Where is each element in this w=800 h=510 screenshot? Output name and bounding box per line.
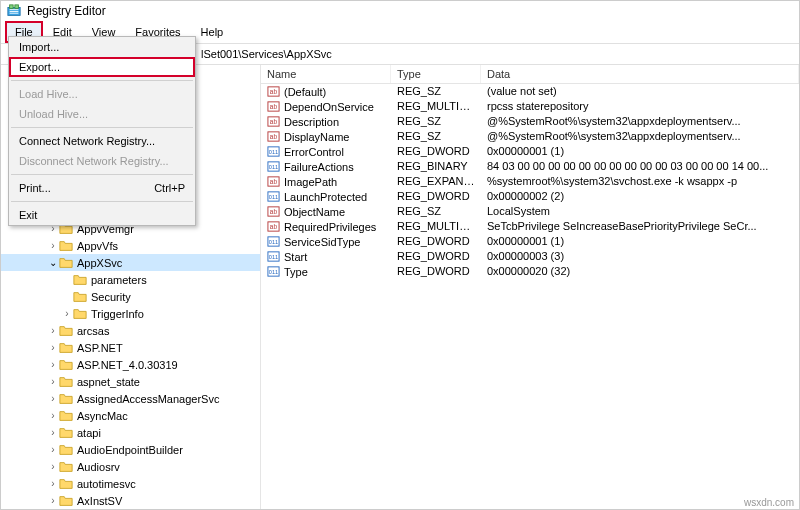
tree-item-appxsvc[interactable]: ⌄AppXSvc [1, 254, 260, 271]
menu-item-export[interactable]: Export... [9, 57, 195, 77]
tree-label: ASP.NET [77, 342, 123, 354]
chevron-right-icon[interactable]: › [47, 410, 59, 421]
svg-text:ab: ab [270, 103, 278, 110]
reg-string-icon: ab [267, 220, 280, 233]
folder-icon [59, 358, 73, 372]
tree-label: autotimesvc [77, 478, 136, 490]
value-row[interactable]: ab(Default)REG_SZ(value not set) [261, 84, 799, 99]
reg-binary-icon: 011 [267, 145, 280, 158]
value-type: REG_DWORD [391, 145, 481, 158]
value-type: REG_SZ [391, 115, 481, 128]
value-row[interactable]: abDependOnServiceREG_MULTI_SZrpcss state… [261, 99, 799, 114]
value-row[interactable]: 011ErrorControlREG_DWORD0x00000001 (1) [261, 144, 799, 159]
tree-item-assignedaccessmanagersvc[interactable]: ›AssignedAccessManagerSvc [1, 390, 260, 407]
tree-item-aspnet-state[interactable]: ›aspnet_state [1, 373, 260, 390]
value-row[interactable]: 011TypeREG_DWORD0x00000020 (32) [261, 264, 799, 279]
folder-icon [73, 307, 87, 321]
tree-item-parameters[interactable]: parameters [1, 271, 260, 288]
value-type: REG_DWORD [391, 190, 481, 203]
svg-text:011: 011 [269, 254, 278, 260]
chevron-right-icon[interactable]: › [47, 444, 59, 455]
list-pane[interactable]: Name Type Data ab(Default)REG_SZ(value n… [261, 65, 799, 509]
chevron-right-icon[interactable]: › [47, 376, 59, 387]
reg-string-icon: ab [267, 175, 280, 188]
reg-binary-icon: 011 [267, 235, 280, 248]
value-row[interactable]: 011StartREG_DWORD0x00000003 (3) [261, 249, 799, 264]
menu-help[interactable]: Help [191, 21, 234, 43]
value-row[interactable]: abDisplayNameREG_SZ@%SystemRoot%\system3… [261, 129, 799, 144]
value-row[interactable]: abObjectNameREG_SZLocalSystem [261, 204, 799, 219]
menu-item-exit[interactable]: Exit [9, 205, 195, 225]
menu-item-connect-network-registry[interactable]: Connect Network Registry... [9, 131, 195, 151]
titlebar[interactable]: Registry Editor [1, 1, 799, 21]
tree-label: arcsas [77, 325, 109, 337]
tree-label: AxInstSV [77, 495, 122, 507]
svg-text:011: 011 [269, 149, 278, 155]
col-header-data[interactable]: Data [481, 65, 799, 83]
value-type: REG_EXPAND_SZ [391, 175, 481, 188]
chevron-right-icon[interactable]: › [47, 495, 59, 506]
chevron-right-icon[interactable]: › [47, 240, 59, 251]
reg-string-icon: ab [267, 85, 280, 98]
tree-item-axinstsv[interactable]: ›AxInstSV [1, 492, 260, 509]
value-type: REG_DWORD [391, 250, 481, 263]
chevron-right-icon[interactable]: › [47, 359, 59, 370]
value-row[interactable]: abRequiredPrivilegesREG_MULTI_SZSeTcbPri… [261, 219, 799, 234]
window-title: Registry Editor [27, 4, 106, 18]
folder-icon [73, 273, 87, 287]
col-header-type[interactable]: Type [391, 65, 481, 83]
svg-text:ab: ab [270, 88, 278, 95]
svg-rect-1 [10, 5, 14, 9]
chevron-right-icon[interactable]: › [47, 427, 59, 438]
reg-binary-icon: 011 [267, 160, 280, 173]
value-type: REG_BINARY [391, 160, 481, 173]
value-type: REG_DWORD [391, 265, 481, 278]
value-row[interactable]: abDescriptionREG_SZ@%SystemRoot%\system3… [261, 114, 799, 129]
file-menu-dropdown: Import...Export...Load Hive...Unload Hiv… [8, 36, 196, 226]
chevron-right-icon[interactable]: › [47, 478, 59, 489]
tree-item-asp-net[interactable]: ›ASP.NET [1, 339, 260, 356]
tree-label: atapi [77, 427, 101, 439]
value-name: ab(Default) [261, 85, 391, 98]
tree-item-audioendpointbuilder[interactable]: ›AudioEndpointBuilder [1, 441, 260, 458]
tree-item-atapi[interactable]: ›atapi [1, 424, 260, 441]
chevron-right-icon[interactable]: › [47, 325, 59, 336]
reg-binary-icon: 011 [267, 250, 280, 263]
value-data: 0x00000001 (1) [481, 145, 799, 158]
watermark: wsxdn.com [744, 497, 794, 508]
chevron-right-icon[interactable]: › [61, 308, 73, 319]
value-row[interactable]: 011LaunchProtectedREG_DWORD0x00000002 (2… [261, 189, 799, 204]
value-row[interactable]: 011FailureActionsREG_BINARY84 03 00 00 0… [261, 159, 799, 174]
tree-label: AppvVfs [77, 240, 118, 252]
tree-item-asp-net-4-0-30319[interactable]: ›ASP.NET_4.0.30319 [1, 356, 260, 373]
chevron-down-icon[interactable]: ⌄ [47, 257, 59, 268]
tree-item-autotimesvc[interactable]: ›autotimesvc [1, 475, 260, 492]
menu-item-disconnect-network-registry: Disconnect Network Registry... [9, 151, 195, 171]
menu-item-import[interactable]: Import... [9, 37, 195, 57]
svg-rect-5 [10, 13, 19, 14]
chevron-right-icon[interactable]: › [47, 393, 59, 404]
tree-item-audiosrv[interactable]: ›Audiosrv [1, 458, 260, 475]
tree-label: Audiosrv [77, 461, 120, 473]
tree-label: TriggerInfo [91, 308, 144, 320]
tree-item-arcsas[interactable]: ›arcsas [1, 322, 260, 339]
tree-item-security[interactable]: Security [1, 288, 260, 305]
col-header-name[interactable]: Name [261, 65, 391, 83]
value-name: abDescription [261, 115, 391, 128]
menu-item-print[interactable]: Print...Ctrl+P [9, 178, 195, 198]
value-data: LocalSystem [481, 205, 799, 218]
value-row[interactable]: 011ServiceSidTypeREG_DWORD0x00000001 (1) [261, 234, 799, 249]
chevron-right-icon[interactable]: › [47, 461, 59, 472]
value-type: REG_SZ [391, 85, 481, 98]
menu-separator [11, 174, 193, 175]
folder-icon [59, 256, 73, 270]
value-data: @%SystemRoot%\system32\appxdeploymentser… [481, 115, 799, 128]
value-row[interactable]: abImagePathREG_EXPAND_SZ%systemroot%\sys… [261, 174, 799, 189]
tree-item-appvvfs[interactable]: ›AppvVfs [1, 237, 260, 254]
chevron-right-icon[interactable]: › [47, 342, 59, 353]
tree-item-triggerinfo[interactable]: ›TriggerInfo [1, 305, 260, 322]
tree-item-asyncmac[interactable]: ›AsyncMac [1, 407, 260, 424]
svg-text:011: 011 [269, 164, 278, 170]
tree-label: ASP.NET_4.0.30319 [77, 359, 178, 371]
value-data: 0x00000001 (1) [481, 235, 799, 248]
